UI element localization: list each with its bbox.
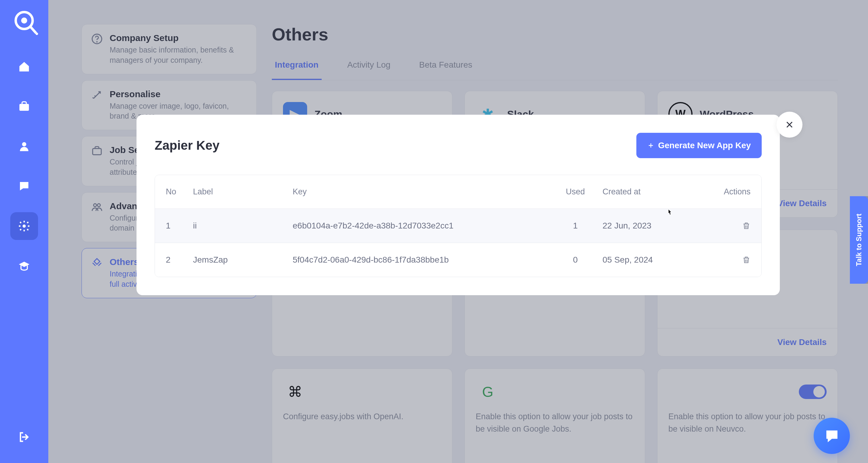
keys-table: No Label Key Used Created at Actions 1 i… — [155, 175, 762, 277]
svg-point-5 — [23, 225, 26, 228]
cell-created: 05 Sep, 2024 — [602, 255, 696, 265]
cell-no: 1 — [166, 221, 193, 231]
nav-messages[interactable] — [10, 172, 38, 200]
cell-used: 0 — [548, 255, 602, 265]
cell-actions — [696, 256, 750, 264]
table-row: 2 JemsZap 5f04c7d2-06a0-429d-bc86-1f7da3… — [155, 243, 762, 277]
side-rail — [0, 0, 48, 463]
col-used: Used — [548, 187, 602, 197]
nav-home[interactable] — [10, 53, 38, 80]
modal-title: Zapier Key — [155, 138, 220, 153]
cell-label: JemsZap — [193, 255, 293, 265]
svg-point-1 — [21, 18, 27, 24]
svg-point-2 — [36, 33, 38, 35]
nav-logout[interactable] — [10, 423, 38, 451]
col-key: Key — [293, 187, 548, 197]
plus-icon — [647, 142, 654, 149]
col-actions: Actions — [696, 187, 750, 197]
close-icon — [785, 120, 794, 129]
chat-icon — [824, 428, 840, 444]
support-tab[interactable]: Talk to Support — [850, 196, 868, 284]
cell-actions — [696, 222, 750, 230]
cell-created: 22 Jun, 2023 — [602, 221, 696, 231]
col-no: No — [166, 187, 193, 197]
cell-used: 1 — [548, 221, 602, 231]
cell-no: 2 — [166, 255, 193, 265]
generate-key-label: Generate New App Key — [658, 141, 751, 150]
modal-overlay[interactable]: Zapier Key Generate New App Key No Label… — [48, 0, 868, 463]
cell-key: 5f04c7d2-06a0-429d-bc86-1f7da38bbe1b — [293, 255, 548, 265]
svg-point-4 — [22, 142, 26, 146]
zapier-key-modal: Zapier Key Generate New App Key No Label… — [136, 115, 780, 295]
app-logo[interactable] — [9, 6, 39, 36]
svg-rect-3 — [19, 104, 29, 111]
nav-candidates[interactable] — [10, 132, 38, 160]
nav-settings[interactable] — [10, 212, 38, 240]
cell-label: ii — [193, 221, 293, 231]
trash-icon[interactable] — [742, 256, 750, 264]
modal-header: Zapier Key Generate New App Key — [155, 133, 762, 158]
cursor-icon — [665, 208, 674, 217]
cell-key: e6b0104a-e7b2-42de-a38b-12d7033e2cc1 — [293, 221, 548, 231]
nav-education[interactable] — [10, 252, 38, 280]
col-label: Label — [193, 187, 293, 197]
table-header: No Label Key Used Created at Actions — [155, 175, 762, 209]
col-created: Created at — [602, 187, 696, 197]
trash-icon[interactable] — [742, 222, 750, 230]
nav-jobs[interactable] — [10, 93, 38, 121]
generate-key-button[interactable]: Generate New App Key — [637, 133, 762, 158]
close-button[interactable] — [776, 112, 803, 138]
chat-launcher[interactable] — [814, 418, 850, 454]
